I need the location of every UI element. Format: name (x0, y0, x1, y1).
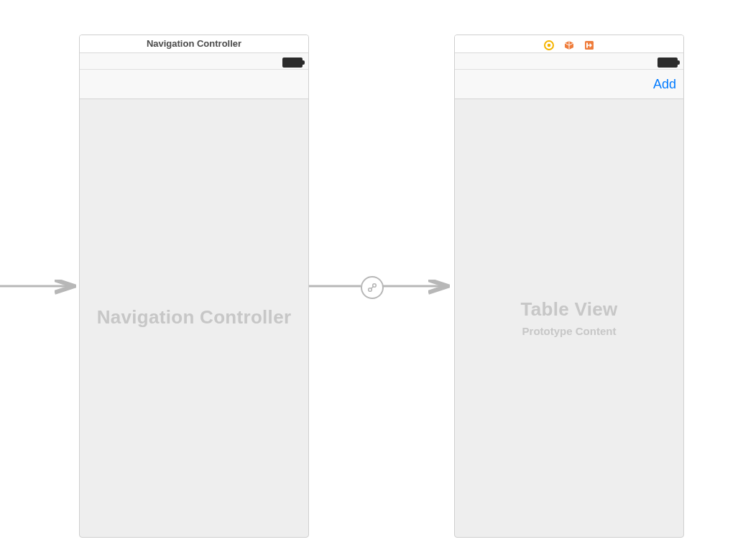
scene-title-bar: Navigation Controller (80, 35, 308, 53)
navigation-controller-scene[interactable]: Navigation Controller Navigation Control… (79, 35, 309, 538)
scene-selection-bar (455, 35, 683, 53)
table-view-scene[interactable]: Add Table View Prototype Content (454, 35, 684, 538)
scene-placeholder: Navigation Controller (80, 98, 308, 537)
scene-title: Navigation Controller (147, 38, 241, 49)
placeholder-title: Table View (521, 298, 618, 321)
status-bar (80, 53, 308, 70)
status-bar (455, 53, 683, 70)
placeholder-subtitle: Prototype Content (522, 325, 617, 337)
battery-icon (657, 58, 678, 68)
relationship-segue-icon[interactable] (361, 276, 384, 299)
svg-rect-9 (586, 43, 588, 48)
svg-line-4 (372, 287, 374, 289)
navigation-bar (80, 70, 308, 99)
svg-point-7 (548, 44, 551, 47)
identity-icon[interactable] (544, 39, 554, 49)
battery-icon (282, 58, 303, 68)
placeholder-label: Navigation Controller (97, 306, 292, 329)
segue-arrow-out (309, 273, 366, 302)
segue-arrow-in (382, 273, 461, 302)
exit-icon[interactable] (584, 39, 594, 49)
first-responder-icon[interactable] (564, 39, 574, 49)
scene-placeholder: Table View Prototype Content (455, 98, 683, 537)
navigation-bar: Add (455, 70, 683, 99)
add-button[interactable]: Add (653, 70, 676, 98)
initial-arrow (0, 273, 79, 302)
